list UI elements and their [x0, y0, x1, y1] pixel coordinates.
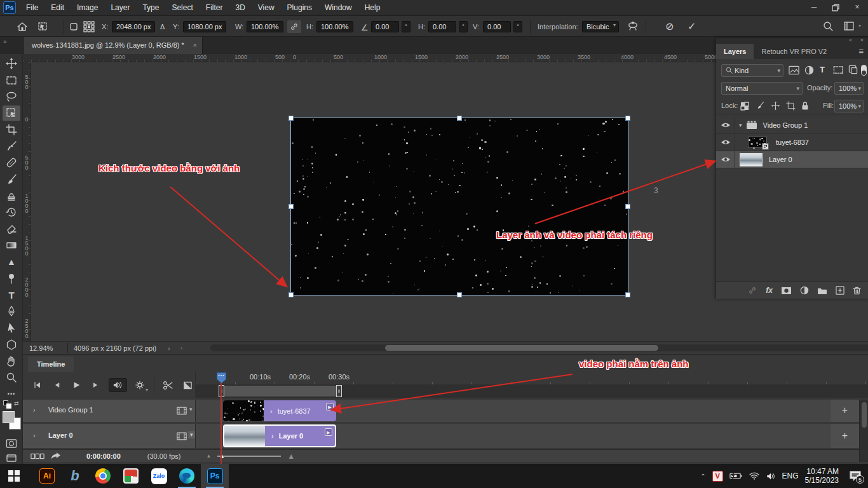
- layer-row-layer0[interactable]: Layer 0: [716, 151, 868, 168]
- timeline-vertical-scrollbar[interactable]: [859, 400, 868, 462]
- clip-tuyet[interactable]: › tuyet-6837 ▶: [223, 400, 336, 421]
- filter-smart-object-icon[interactable]: [848, 65, 858, 74]
- y-input[interactable]: 1080.00 px: [183, 21, 226, 32]
- angle-input[interactable]: 0.00: [371, 21, 399, 32]
- taskbar-photoshop-icon[interactable]: Ps: [201, 464, 229, 488]
- w-input[interactable]: 100.00%: [247, 21, 283, 32]
- swap-colors-icon[interactable]: ⇄: [14, 400, 19, 407]
- delete-layer-icon[interactable]: [853, 286, 861, 295]
- path-selection-tool[interactable]: [3, 320, 20, 336]
- visibility-eye-icon[interactable]: [716, 134, 735, 151]
- clip-options-icon[interactable]: ▶: [325, 428, 332, 436]
- x-input[interactable]: 2048.00 px: [112, 21, 155, 32]
- taskbar-bing-icon[interactable]: b: [61, 464, 89, 488]
- filter-image-icon[interactable]: [789, 65, 799, 75]
- hand-tool[interactable]: [3, 353, 20, 369]
- panel-overflow-icon[interactable]: »: [3, 38, 7, 45]
- speaker-icon[interactable]: [766, 472, 776, 480]
- slider-thumb[interactable]: ▲: [219, 452, 225, 459]
- panel-menu-icon[interactable]: ≡: [858, 44, 864, 59]
- vskew-input[interactable]: 0.00: [483, 21, 511, 32]
- menu-type[interactable]: Type: [136, 0, 165, 15]
- edit-toolbar-icon[interactable]: •••: [3, 386, 20, 402]
- chevron-down-icon[interactable]: ▾: [188, 431, 195, 438]
- zoom-out-mountain-icon[interactable]: ▲: [206, 453, 211, 459]
- lock-all-icon[interactable]: [801, 101, 810, 111]
- battery-icon[interactable]: [729, 472, 743, 480]
- wifi-icon[interactable]: [749, 472, 759, 480]
- taskbar-illustrator-icon[interactable]: Ai: [33, 464, 61, 488]
- clone-stamp-tool[interactable]: [3, 188, 20, 203]
- layer-name[interactable]: Layer 0: [769, 156, 792, 163]
- lock-artboard-icon[interactable]: [786, 101, 796, 111]
- chevron-expand-icon[interactable]: ▾: [739, 122, 742, 128]
- transform-handle-mid-right[interactable]: [625, 204, 630, 209]
- tab-timeline[interactable]: Timeline: [28, 356, 74, 372]
- frame-view-icon[interactable]: [31, 453, 44, 459]
- layer-name[interactable]: tuyet-6837: [776, 139, 809, 146]
- zoom-level[interactable]: 12.94%: [29, 344, 53, 352]
- timeline-time-ruler[interactable]: 00:10s 00:20s 00:30s: [195, 372, 868, 384]
- mute-audio-button[interactable]: [109, 378, 128, 392]
- menu-help[interactable]: Help: [358, 0, 387, 15]
- timeline-settings-icon[interactable]: ▾: [133, 378, 147, 392]
- close-panel-icon[interactable]: ×: [860, 37, 864, 43]
- restore-button[interactable]: [825, 0, 846, 15]
- timeline-zoom-slider[interactable]: ▲: [217, 456, 281, 457]
- commit-transform-icon[interactable]: ✓: [688, 20, 696, 32]
- transform-handle-top-left[interactable]: [288, 116, 294, 121]
- home-icon[interactable]: [17, 21, 28, 32]
- quick-selection-tool[interactable]: [3, 105, 20, 121]
- add-media-button[interactable]: +: [842, 405, 848, 416]
- document-tab[interactable]: wolves-1341881.jpg @ 12.9% (Layer 0, RGB…: [24, 37, 203, 54]
- tray-v-app-icon[interactable]: V: [712, 471, 723, 482]
- transform-handle-bottom-right[interactable]: [625, 292, 630, 297]
- menu-window[interactable]: Window: [318, 0, 358, 15]
- fill-value[interactable]: 100%▾: [834, 100, 864, 112]
- horizontal-scrollbar[interactable]: [210, 344, 868, 351]
- blur-tool[interactable]: ▲: [3, 254, 20, 269]
- chevron-expand-icon[interactable]: ›: [33, 431, 36, 439]
- zoom-in-mountain-icon[interactable]: ▲: [287, 452, 295, 461]
- filter-kind-select[interactable]: Kind ▾: [721, 64, 783, 77]
- clock[interactable]: 10:47 AM 5/15/2023: [805, 467, 839, 485]
- collapse-panel-icon[interactable]: «: [849, 37, 852, 43]
- zoom-tool[interactable]: [3, 370, 20, 385]
- visibility-eye-icon[interactable]: [716, 117, 735, 134]
- clip-layer0[interactable]: › Layer 0 ▶: [223, 424, 336, 447]
- link-dimensions-icon[interactable]: [287, 20, 301, 33]
- timeline-scrollbar-thumb[interactable]: [862, 402, 867, 428]
- transform-handle-top-right[interactable]: [625, 116, 630, 121]
- new-group-icon[interactable]: [817, 287, 827, 295]
- history-brush-tool[interactable]: [3, 205, 20, 220]
- eyedropper-tool[interactable]: [3, 139, 20, 154]
- tray-chevron-up-icon[interactable]: ⌃: [700, 473, 705, 480]
- transition-icon[interactable]: [180, 378, 194, 392]
- transform-handle-mid-left[interactable]: [288, 204, 294, 209]
- minimize-button[interactable]: ─: [803, 0, 825, 15]
- layer-row-tuyet[interactable]: tuyet-6837: [716, 134, 868, 151]
- reference-point-grid-icon[interactable]: [83, 21, 95, 32]
- lasso-tool[interactable]: [3, 89, 20, 104]
- lock-pixels-icon[interactable]: [756, 101, 765, 111]
- menu-layer[interactable]: Layer: [104, 0, 136, 15]
- link-layers-icon[interactable]: [747, 286, 757, 295]
- taskbar-photos-app-icon[interactable]: [117, 464, 145, 488]
- new-layer-icon[interactable]: [836, 286, 844, 295]
- render-export-icon[interactable]: [51, 452, 61, 460]
- dodge-tool[interactable]: [3, 271, 20, 286]
- split-clip-scissors-icon[interactable]: [161, 378, 175, 392]
- adjustment-layer-icon[interactable]: [800, 286, 809, 295]
- transform-handle-bottom-left[interactable]: [288, 292, 294, 297]
- menu-view[interactable]: View: [252, 0, 281, 15]
- language-indicator[interactable]: ENG: [782, 471, 799, 480]
- filter-type-icon[interactable]: T: [820, 65, 825, 74]
- reference-point-toggle[interactable]: [70, 23, 78, 30]
- spot-healing-brush-tool[interactable]: [3, 155, 20, 170]
- menu-plugins[interactable]: Plugins: [281, 0, 318, 15]
- menu-edit[interactable]: Edit: [44, 0, 71, 15]
- next-frame-button[interactable]: [89, 378, 103, 392]
- tab-layers[interactable]: Layers: [716, 44, 754, 59]
- gradient-tool[interactable]: [3, 238, 20, 253]
- horizontal-scrollbar-thumb[interactable]: [385, 345, 658, 351]
